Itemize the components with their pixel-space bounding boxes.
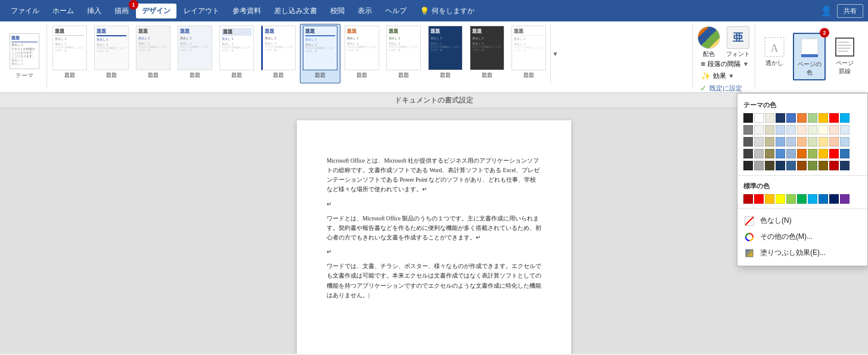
theme-swatch-4-9[interactable] bbox=[840, 161, 850, 170]
menu-insert[interactable]: 挿入 bbox=[81, 4, 107, 18]
theme-swatch-0-0[interactable] bbox=[743, 113, 753, 123]
no-color-option[interactable]: 色なし(N) bbox=[737, 213, 867, 229]
theme-swatch-4-3[interactable] bbox=[776, 161, 785, 170]
theme-swatch-1-6[interactable] bbox=[808, 125, 817, 135]
std-swatch-4[interactable] bbox=[786, 194, 796, 204]
theme-swatch-0-1[interactable] bbox=[754, 113, 764, 123]
share-button[interactable]: 共有 bbox=[837, 4, 863, 18]
menu-references[interactable]: 参考資料 bbox=[227, 4, 267, 18]
theme-button[interactable]: 題題 見出し 1 テキストの内容がここに入ります。ここに入ります。 見出し 1 … bbox=[7, 31, 42, 82]
theme-swatch-1-2[interactable] bbox=[765, 125, 774, 135]
theme-swatch-2-4[interactable] bbox=[786, 137, 796, 147]
theme-swatch-0-8[interactable] bbox=[829, 113, 839, 123]
theme-swatch-4-4[interactable] bbox=[786, 161, 796, 170]
theme-swatch-0-3[interactable] bbox=[776, 113, 785, 123]
theme-swatch-3-3[interactable] bbox=[776, 149, 785, 158]
style-thumb-5[interactable]: 題題 見出し 1 見出し 1 テキストの内容がここに入ります。あ 題題 bbox=[258, 24, 299, 83]
theme-swatch-3-8[interactable] bbox=[829, 149, 839, 158]
menu-draw[interactable]: 描画 1 bbox=[108, 4, 135, 18]
theme-swatch-2-8[interactable] bbox=[829, 137, 839, 147]
set-default-button[interactable]: ✓ 既定に設定 bbox=[698, 82, 753, 93]
menu-layout[interactable]: レイアウト bbox=[178, 4, 225, 18]
theme-color-row-2 bbox=[737, 136, 867, 148]
menu-home[interactable]: ホーム bbox=[46, 4, 80, 18]
theme-swatch-3-6[interactable] bbox=[808, 149, 817, 158]
style-thumb-1[interactable]: 題題 見出し 1 見出し 1 テキストの内容がここに入ります。あ 題題 bbox=[91, 24, 132, 83]
theme-swatch-0-6[interactable] bbox=[808, 113, 817, 123]
style-thumb-3[interactable]: 題題 見出し 1 見出し 1 テキストの内容がここに入ります。あ 題題 bbox=[175, 24, 215, 83]
menu-help[interactable]: ヘルプ bbox=[379, 4, 413, 18]
effects-button[interactable]: ✨ 効果 ▼ bbox=[698, 70, 753, 82]
style-thumb-4[interactable]: 題題 見出し 1 見出し 1 テキストの内容がここに入ります。あ 題題 bbox=[216, 24, 257, 83]
style-thumb-0[interactable]: 題題 見出し 1 見出し 1 テキストの内容がここに入ります。あ 題題 bbox=[49, 24, 90, 83]
theme-swatch-2-3[interactable] bbox=[776, 137, 785, 147]
theme-swatch-1-9[interactable] bbox=[840, 125, 850, 135]
theme-swatch-1-3[interactable] bbox=[776, 125, 785, 135]
std-swatch-0[interactable] bbox=[743, 194, 753, 204]
menu-search[interactable]: 💡 何をしますか bbox=[414, 4, 480, 18]
style-thumb-9[interactable]: 題題 見出し 1 見出し 1 テキストの内容がここに入ります。あ 題題 bbox=[425, 24, 466, 83]
std-swatch-3[interactable] bbox=[776, 194, 785, 204]
style-thumb-10[interactable]: 題題 見出し 1 見出し 1 テキストの内容がここに入ります。あ 題題 bbox=[467, 24, 507, 83]
theme-swatch-2-6[interactable] bbox=[808, 137, 817, 147]
std-swatch-1[interactable] bbox=[754, 194, 764, 204]
theme-swatch-4-5[interactable] bbox=[797, 161, 807, 170]
std-swatch-8[interactable] bbox=[829, 194, 839, 204]
theme-swatch-1-1[interactable] bbox=[754, 125, 764, 135]
theme-swatch-3-5[interactable] bbox=[797, 149, 807, 158]
theme-swatch-0-7[interactable] bbox=[819, 113, 828, 123]
theme-swatch-3-4[interactable] bbox=[786, 149, 796, 158]
std-swatch-6[interactable] bbox=[808, 194, 817, 204]
menu-design[interactable]: デザイン bbox=[136, 4, 176, 18]
theme-swatch-2-1[interactable] bbox=[754, 137, 764, 147]
font-button[interactable]: 亜 フォント bbox=[726, 26, 750, 58]
style-thumb-2[interactable]: 題題 見出し 1 見出し 1 テキストの内容がここに入ります。あ 題題 bbox=[133, 24, 173, 83]
theme-swatch-4-8[interactable] bbox=[829, 161, 839, 170]
paragraph-spacing-button[interactable]: ≡ 段落の間隔 ▼ bbox=[698, 58, 753, 70]
menu-review[interactable]: 校閲 bbox=[324, 4, 351, 18]
theme-swatch-3-1[interactable] bbox=[754, 149, 764, 158]
theme-swatch-1-8[interactable] bbox=[829, 125, 839, 135]
theme-swatch-4-7[interactable] bbox=[819, 161, 828, 170]
style-thumb-6[interactable]: 題題 見出し 1 見出し 1 テキストの内容がここに入ります。あ 題題 bbox=[300, 24, 340, 83]
menu-view[interactable]: 表示 bbox=[352, 4, 378, 18]
style-thumb-8[interactable]: 題題 見出し 1 見出し 1 テキストの内容がここに入ります。あ 題題 bbox=[383, 24, 424, 83]
theme-swatch-4-2[interactable] bbox=[765, 161, 774, 170]
theme-swatch-1-0[interactable] bbox=[743, 125, 753, 135]
theme-swatch-0-4[interactable] bbox=[786, 113, 796, 123]
std-swatch-9[interactable] bbox=[840, 194, 850, 204]
std-swatch-2[interactable] bbox=[765, 194, 774, 204]
theme-swatch-0-9[interactable] bbox=[840, 113, 850, 123]
style-thumb-7[interactable]: 題題 見出し 1 見出し 1 テキストの内容がここに入ります。あ 題題 bbox=[342, 24, 382, 83]
menu-file[interactable]: ファイル bbox=[5, 4, 45, 18]
style-thumb-11[interactable]: 題題 見出し 1 見出し 1 テキストの内容がここに入ります。あ 題題 bbox=[509, 24, 549, 83]
transparency-button[interactable]: A 透かし bbox=[758, 33, 790, 70]
menu-mailings[interactable]: 差し込み文書 bbox=[268, 4, 323, 18]
theme-swatch-4-0[interactable] bbox=[743, 161, 753, 170]
theme-swatch-1-4[interactable] bbox=[786, 125, 796, 135]
theme-swatch-0-2[interactable] bbox=[765, 113, 774, 123]
theme-swatch-2-9[interactable] bbox=[840, 137, 850, 147]
theme-swatch-3-7[interactable] bbox=[819, 149, 828, 158]
std-swatch-5[interactable] bbox=[797, 194, 807, 204]
page-border-button[interactable]: ページ 罫線 bbox=[828, 33, 861, 78]
theme-swatch-4-6[interactable] bbox=[808, 161, 817, 170]
theme-swatch-4-1[interactable] bbox=[754, 161, 764, 170]
theme-swatch-2-7[interactable] bbox=[819, 137, 828, 147]
fill-effect-option[interactable]: 塗りつぶし効果(E)... bbox=[737, 245, 867, 261]
theme-swatch-3-2[interactable] bbox=[765, 149, 774, 158]
theme-swatch-1-5[interactable] bbox=[797, 125, 807, 135]
document-content: Microsoft Office とは、Microsoft 社が提供するビジネス… bbox=[327, 156, 541, 300]
styles-scroll-down[interactable]: ▼ bbox=[550, 24, 560, 83]
theme-swatch-2-2[interactable] bbox=[765, 137, 774, 147]
theme-swatch-3-0[interactable] bbox=[743, 149, 753, 158]
std-swatch-7[interactable] bbox=[819, 194, 828, 204]
theme-swatch-0-5[interactable] bbox=[797, 113, 807, 123]
page-color-button[interactable]: ページの色 bbox=[793, 33, 826, 80]
theme-swatch-2-5[interactable] bbox=[797, 137, 807, 147]
theme-swatch-2-0[interactable] bbox=[743, 137, 753, 147]
more-colors-option[interactable]: その他の色(M)... bbox=[737, 229, 867, 245]
theme-swatch-3-9[interactable] bbox=[840, 149, 850, 158]
color-scheme-button[interactable]: 配色 bbox=[698, 26, 720, 58]
theme-swatch-1-7[interactable] bbox=[819, 125, 828, 135]
